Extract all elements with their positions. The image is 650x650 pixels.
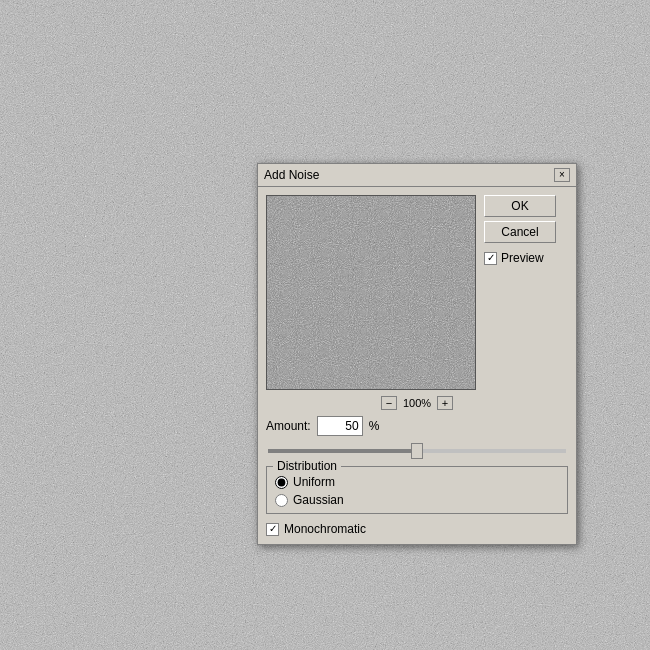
preview-image [266,195,476,390]
preview-label: Preview [501,251,544,265]
uniform-label[interactable]: Uniform [293,475,335,489]
top-row: OK Cancel ✓ Preview [266,195,568,390]
distribution-legend: Distribution [273,459,341,473]
zoom-row: − 100% + [266,396,568,410]
monochromatic-row: ✓ Monochromatic [266,522,568,536]
monochromatic-checkmark: ✓ [269,524,277,534]
uniform-radio-row: Uniform [275,475,559,489]
gaussian-radio[interactable] [275,494,288,507]
gaussian-label[interactable]: Gaussian [293,493,344,507]
monochromatic-label: Monochromatic [284,522,366,536]
side-buttons: OK Cancel ✓ Preview [484,195,556,390]
zoom-value: 100% [403,397,431,409]
cancel-button[interactable]: Cancel [484,221,556,243]
close-button[interactable]: × [554,168,570,182]
uniform-radio[interactable] [275,476,288,489]
amount-label: Amount: [266,419,311,433]
zoom-in-button[interactable]: + [437,396,453,410]
gaussian-radio-row: Gaussian [275,493,559,507]
dialog-titlebar: Add Noise × [258,164,576,187]
zoom-out-button[interactable]: − [381,396,397,410]
dialog-body: OK Cancel ✓ Preview − 100% + Amount: % [258,187,576,544]
amount-unit: % [369,419,380,433]
amount-row: Amount: % [266,416,568,436]
amount-slider-container [266,442,568,456]
preview-checkmark: ✓ [487,253,495,263]
dialog-title: Add Noise [264,168,319,182]
preview-noise-overlay [267,196,475,389]
monochromatic-checkbox[interactable]: ✓ [266,523,279,536]
amount-slider[interactable] [268,449,566,453]
amount-input[interactable] [317,416,363,436]
add-noise-dialog: Add Noise × OK Cancel ✓ Preview [257,163,577,545]
distribution-group: Distribution Uniform Gaussian [266,466,568,514]
preview-checkbox[interactable]: ✓ [484,252,497,265]
preview-checkbox-row: ✓ Preview [484,251,556,265]
ok-button[interactable]: OK [484,195,556,217]
